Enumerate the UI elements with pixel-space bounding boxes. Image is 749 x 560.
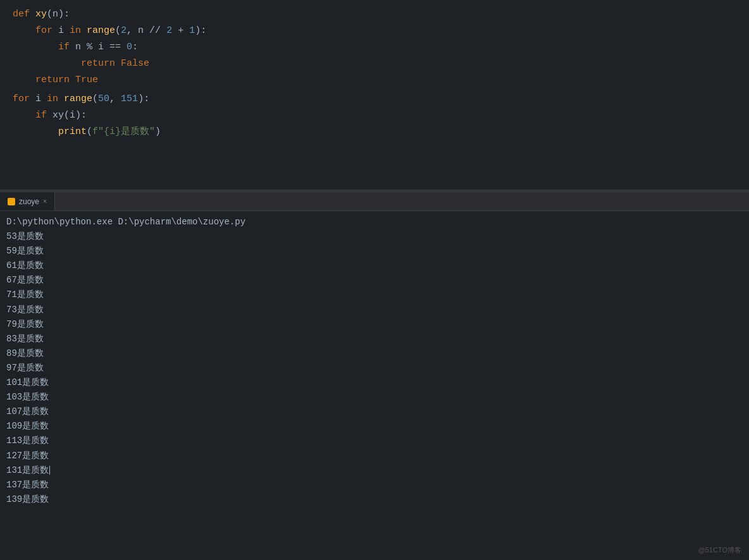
terminal-command-line: D:\python\python.exe D:\pycharm\demo\zuo… bbox=[6, 215, 743, 229]
terminal-output-line: 89是质数 bbox=[6, 346, 743, 361]
code-token: 2 bbox=[166, 25, 172, 36]
terminal-output-line: 137是质数 bbox=[6, 478, 743, 492]
terminal-output-line: 131是质数 bbox=[6, 463, 743, 478]
code-token: i bbox=[58, 25, 70, 36]
terminal-output-line: 101是质数 bbox=[6, 375, 743, 390]
terminal-output-line: 79是质数 bbox=[6, 317, 743, 332]
code-line: if xy(i): bbox=[0, 107, 749, 124]
code-token: ) bbox=[155, 126, 161, 137]
code-token: def bbox=[13, 9, 35, 20]
code-line: return False bbox=[0, 56, 749, 72]
code-token: 0 bbox=[127, 42, 132, 52]
terminal-output-line: 97是质数 bbox=[6, 361, 743, 375]
code-token: 2 bbox=[121, 25, 127, 36]
terminal-output-line: 107是质数 bbox=[6, 405, 743, 419]
terminal-output-line: 83是质数 bbox=[6, 332, 743, 346]
code-token: in bbox=[70, 25, 87, 36]
code-token: ( bbox=[47, 9, 53, 20]
code-token: , n // bbox=[127, 25, 166, 36]
code-token: print bbox=[58, 126, 87, 137]
code-token: + bbox=[172, 25, 189, 36]
code-token: if bbox=[58, 42, 75, 52]
code-token: ): bbox=[195, 25, 206, 36]
code-token: n % i == bbox=[75, 42, 127, 52]
code-token: 50 bbox=[98, 94, 109, 104]
code-token: xy(i): bbox=[53, 110, 87, 121]
tab-label: zuoye bbox=[19, 197, 39, 206]
code-token: range bbox=[87, 25, 115, 36]
terminal-output-line: 61是质数 bbox=[6, 259, 743, 273]
tab-icon bbox=[8, 198, 15, 205]
watermark: @51CTO博客 bbox=[698, 545, 741, 555]
terminal-output-line: 139是质数 bbox=[6, 492, 743, 507]
code-token: return bbox=[81, 58, 121, 69]
code-token: True bbox=[75, 75, 98, 85]
terminal-output-line: 127是质数 bbox=[6, 449, 743, 463]
code-token: xy bbox=[35, 9, 47, 20]
code-line: def xy(n): bbox=[0, 6, 749, 23]
terminal-cursor bbox=[49, 466, 50, 475]
terminal-output-line: 67是质数 bbox=[6, 273, 743, 288]
code-token: 151 bbox=[121, 94, 138, 104]
code-token: f"{i}是质数" bbox=[92, 126, 155, 137]
code-token: ): bbox=[138, 94, 149, 104]
terminal-area: zuoye × D:\python\python.exe D:\pycharm\… bbox=[0, 192, 749, 560]
code-line: for i in range(50, 151): bbox=[0, 91, 749, 107]
terminal-output-line: 71是质数 bbox=[6, 288, 743, 302]
terminal-content[interactable]: D:\python\python.exe D:\pycharm\demo\zuo… bbox=[0, 211, 749, 560]
terminal-output-line: 109是质数 bbox=[6, 419, 743, 434]
terminal-output-line: 113是质数 bbox=[6, 434, 743, 448]
code-token: for bbox=[13, 94, 35, 104]
code-token: for bbox=[35, 25, 58, 36]
code-token: 1 bbox=[189, 25, 195, 36]
code-token: if bbox=[35, 110, 53, 121]
terminal-output-line: 103是质数 bbox=[6, 390, 743, 405]
code-token: : bbox=[132, 42, 138, 52]
code-line: for i in range(2, n // 2 + 1): bbox=[0, 23, 749, 39]
code-token: ): bbox=[58, 9, 70, 20]
code-token: ( bbox=[115, 25, 121, 36]
code-token: , bbox=[109, 94, 121, 104]
terminal-output-line: 59是质数 bbox=[6, 244, 743, 259]
code-line: return True bbox=[0, 72, 749, 88]
terminal-output-line: 73是质数 bbox=[6, 303, 743, 317]
code-token: False bbox=[121, 58, 149, 69]
code-token: range bbox=[64, 94, 92, 104]
code-token: return bbox=[35, 75, 75, 85]
editor-area: def xy(n): for i in range(2, n // 2 + 1)… bbox=[0, 0, 749, 190]
code-token: ( bbox=[87, 126, 92, 137]
tab-close-button[interactable]: × bbox=[43, 198, 47, 205]
terminal-tab[interactable]: zuoye × bbox=[0, 192, 55, 210]
code-line: if n % i == 0: bbox=[0, 39, 749, 56]
terminal-output-line: 53是质数 bbox=[6, 229, 743, 244]
code-token: in bbox=[47, 94, 64, 104]
code-line: print(f"{i}是质数") bbox=[0, 124, 749, 140]
code-token: n bbox=[53, 9, 58, 20]
code-token: ( bbox=[92, 94, 98, 104]
code-token: i bbox=[35, 94, 47, 104]
terminal-tab-bar: zuoye × bbox=[0, 192, 749, 211]
